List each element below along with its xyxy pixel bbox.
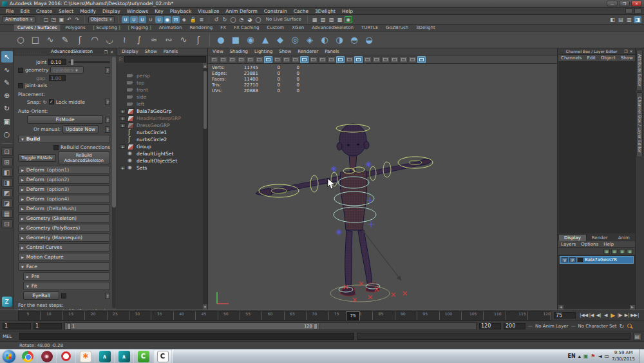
shelf-tab[interactable]: FX Caching [230, 25, 263, 31]
range-bar[interactable]: 1 120 [64, 322, 477, 330]
menu-item[interactable]: Visualize [194, 8, 222, 14]
playhead[interactable]: 75 [346, 311, 360, 321]
outliner-item[interactable]: nurbsCircle2 [120, 136, 207, 143]
menu-item[interactable]: Modify [77, 8, 99, 14]
channel-box-menu-item[interactable]: Edit [584, 55, 598, 61]
tray-expand-icon[interactable]: ▴ [578, 353, 581, 359]
layer-playback-toggle[interactable]: P [569, 257, 576, 262]
build-subsection-header[interactable]: ▶ Geometry (Mannequin) [18, 233, 110, 242]
expand-icon[interactable]: + [120, 166, 126, 170]
channel-box-menu-item[interactable]: Show [618, 55, 636, 61]
pre-section-header[interactable]: ▶ Pre [23, 272, 110, 280]
eyeball-button[interactable]: EyeBall [23, 291, 59, 300]
viewport-toolbar-icon[interactable] [210, 56, 218, 63]
expand-icon[interactable]: + [120, 116, 126, 121]
playback-start-field[interactable]: 1 [33, 323, 62, 329]
expand-icon[interactable]: + [120, 109, 126, 113]
workspace-icon[interactable] [625, 8, 632, 14]
menu-item[interactable]: Windows [124, 8, 151, 14]
taskbar-app-button[interactable]: ∧ [115, 349, 134, 363]
gap-field[interactable]: 1.00 [49, 75, 66, 81]
rebuild-advancedskeleton-button[interactable]: ReBuild AdvancedSkeleton [58, 152, 110, 164]
outliner-menu-item[interactable]: Panels [160, 49, 182, 54]
update-now-button[interactable]: Update Now [62, 125, 99, 133]
range-end-handle[interactable] [314, 323, 317, 329]
build-subsection-header[interactable]: ▶ Deform(option3) [18, 185, 110, 193]
layer-editor-menu-item[interactable]: Layers [558, 242, 578, 247]
joint-size-field[interactable]: 0.10 [48, 59, 66, 65]
panel-close-icon[interactable]: ✕ [629, 49, 634, 54]
start-button[interactable] [3, 350, 15, 363]
layer-action-icon[interactable]: ▦ [603, 249, 610, 254]
shelf-tab[interactable]: Rendering [185, 25, 216, 31]
shelf-tab[interactable]: AdvancedSkeleton [308, 25, 357, 31]
shelf-tab[interactable]: FX [216, 25, 230, 31]
layer-list-scrollbar[interactable]: ◀ ▶ [558, 305, 635, 309]
outliner-menu-item[interactable]: Display [118, 49, 142, 54]
volume-icon[interactable]: ◄ [598, 353, 601, 359]
channel-box-menu-item[interactable]: Object [598, 55, 618, 61]
outliner-item[interactable]: side [120, 93, 207, 101]
advanced-skeleton-scrollbar[interactable] [112, 57, 116, 308]
tray-app-icon[interactable]: ▣ [583, 353, 589, 359]
shelf-tab[interactable]: XGen [288, 25, 308, 31]
viewport-toolbar-icon[interactable] [363, 56, 372, 63]
build-subsection-header[interactable]: ▶ Deform(DeltaMush) [18, 204, 110, 213]
menu-item[interactable]: Display [99, 8, 124, 14]
command-input[interactable] [19, 333, 354, 340]
channel-box-menu-item[interactable]: Channels [558, 55, 584, 61]
geometry-help-button[interactable]: ? [105, 67, 110, 74]
viewport-toolbar-icon[interactable] [354, 56, 363, 63]
viewport-toolbar-icon[interactable] [345, 56, 354, 63]
viewport-toolbar-icon[interactable] [399, 56, 408, 63]
shelf-tab[interactable]: Animation [155, 25, 186, 31]
menu-item[interactable]: Key [151, 8, 167, 14]
shelf-tab[interactable]: 3Delight [412, 25, 439, 31]
lock-middle-checkbox[interactable]: ✓ [49, 99, 54, 104]
shelf-tab[interactable]: Polygons [61, 25, 89, 31]
scroll-right-icon[interactable]: ▶ [630, 305, 635, 309]
menu-item[interactable]: Cache [290, 8, 312, 14]
taskbar-app-button[interactable]: ∧ [95, 349, 115, 363]
placement-help-button[interactable]: ? [105, 99, 110, 105]
character-set-selector[interactable]: No Character Set [578, 324, 616, 329]
panel-grip[interactable]: ::::::::::::::::: [16, 50, 41, 54]
scroll-up-icon[interactable]: ▲ [203, 63, 207, 68]
menu-item[interactable]: Constrain [261, 8, 290, 14]
viewport-toolbar-icon[interactable] [237, 56, 245, 63]
layer-row[interactable]: V P Bala7aGeoLYR [560, 256, 634, 264]
layer-color-swatch[interactable] [577, 257, 583, 262]
expand-icon[interactable]: + [120, 144, 126, 149]
shelf-tab[interactable]: Custom [263, 25, 288, 31]
layer-action-icon[interactable]: ▦ [627, 249, 633, 254]
taskbar-app-button[interactable] [57, 349, 76, 363]
taskbar-app-button[interactable]: C [153, 349, 173, 363]
layer-editor-tab[interactable]: Anim [613, 235, 635, 241]
outliner-item[interactable]: left [120, 101, 207, 108]
menu-item[interactable]: Playback [167, 8, 194, 14]
geometry-type-dropdown[interactable]: cylinders▼ [50, 66, 84, 74]
script-editor-icon[interactable]: ▤ [633, 333, 641, 340]
viewport-toolbar-icon[interactable] [291, 56, 299, 63]
shelf-tab[interactable]: GoZBrush [382, 25, 412, 31]
outliner-item[interactable]: + HeadHairKeepGRP [120, 115, 207, 122]
playback-end-field[interactable]: 120 [479, 323, 501, 329]
outliner-item[interactable]: persp [120, 72, 207, 79]
rebuild-connections-checkbox[interactable] [53, 145, 59, 150]
eyeball-help-button[interactable]: ? [105, 293, 110, 299]
menu-item[interactable]: Anim Deform [222, 8, 261, 14]
viewport-menu-item[interactable]: View [209, 49, 227, 54]
viewport-toolbar-icon[interactable] [327, 56, 336, 63]
panel-detach-icon[interactable]: ❐ [103, 49, 109, 55]
layer-action-icon[interactable]: ▦ [611, 249, 618, 254]
viewport-canvas[interactable]: Verts: 11745 0 0 Edges: 23881 0 0 [208, 64, 557, 309]
viewport-menu-item[interactable]: Lighting [251, 49, 276, 54]
taskbar-app-button[interactable]: ◉ [37, 349, 57, 363]
outliner-menu-item[interactable]: Show [142, 49, 160, 54]
menu-item[interactable]: Help [339, 8, 356, 14]
build-subsection-header[interactable]: ▶ Deform(option2) [18, 175, 110, 184]
taskbar-app-button[interactable] [18, 349, 37, 363]
animation-start-field[interactable]: 1 [3, 323, 31, 329]
outliner-scrollbar[interactable]: ▲ ▼ [203, 63, 207, 309]
viewport-toolbar-icon[interactable] [417, 56, 426, 63]
